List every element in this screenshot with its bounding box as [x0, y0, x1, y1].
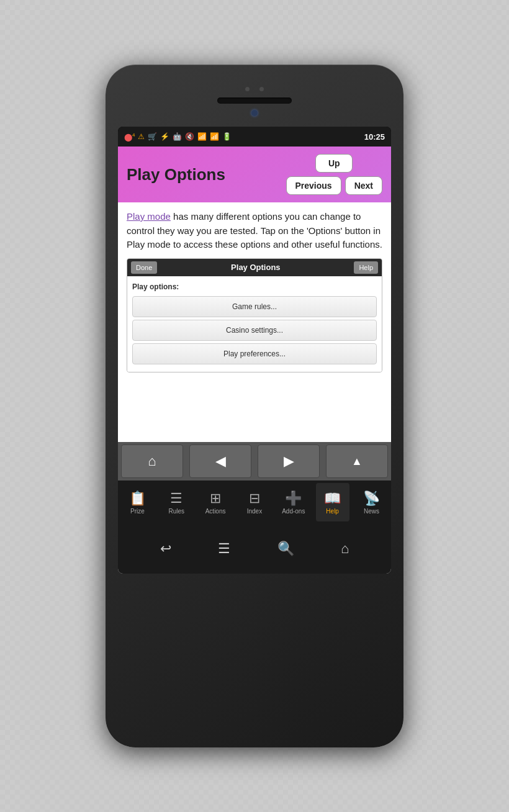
home-nav-button[interactable]: ⌂ [121, 444, 183, 478]
forward-icon: ▶ [284, 453, 294, 469]
android-back-button[interactable]: ↩ [155, 536, 176, 562]
nav-bar: ⌂ ◀ ▶ ▲ [118, 442, 391, 480]
embedded-section-label: Play options: [132, 281, 377, 292]
tab-news[interactable]: 📡 News [354, 483, 388, 521]
screen-bezel: ⬤4 ⚠ 🛒 ⚡ 🤖 🔇 📶 📶 🔋 10:25 Play Options Up [118, 127, 391, 574]
up-button[interactable]: Up [315, 154, 353, 173]
android-menu-button[interactable]: ☰ [213, 536, 235, 562]
front-camera [251, 110, 258, 116]
done-button[interactable]: Done [131, 261, 157, 274]
tab-help-label: Help [326, 508, 339, 515]
tab-addons-label: Add-ons [282, 508, 305, 515]
tab-prize-label: Prize [130, 508, 145, 515]
android-nav: ↩ ☰ 🔍 ⌂ [118, 524, 391, 574]
casino-settings-item[interactable]: Casino settings... [132, 320, 377, 341]
wifi-icon: 📶 [197, 132, 207, 141]
status-icons-left: ⬤4 ⚠ 🛒 ⚡ 🤖 🔇 📶 📶 🔋 [124, 132, 232, 142]
back-nav-button[interactable]: ◀ [189, 444, 251, 478]
addons-icon: ➕ [285, 490, 302, 507]
play-mode-link[interactable]: Play mode [127, 211, 171, 222]
tab-addons[interactable]: ➕ Add-ons [277, 483, 310, 521]
app-header: Play Options Up Previous Next [118, 147, 391, 202]
camera-indicator-mid [259, 87, 264, 91]
phone-shell: ⬤4 ⚠ 🛒 ⚡ 🤖 🔇 📶 📶 🔋 10:25 Play Options Up [106, 65, 403, 747]
battery-icon: 🔋 [222, 132, 232, 141]
tab-bar: 📋 Prize ☰ Rules ⊞ Actions ⊟ Index ➕ A [118, 480, 391, 524]
speaker-grille [217, 97, 292, 104]
help-icon: 📖 [324, 490, 341, 507]
tab-rules-label: Rules [168, 508, 184, 515]
phone-bottom [106, 574, 403, 636]
android-icon: 🤖 [173, 132, 182, 141]
warning-icon: ⚠ [138, 132, 145, 141]
tab-prize[interactable]: 📋 Prize [120, 483, 154, 521]
help-button[interactable]: Help [354, 261, 378, 274]
camera-indicator-left [245, 87, 250, 91]
phone-top [106, 65, 403, 127]
up-icon: ▲ [351, 455, 363, 468]
tab-news-label: News [364, 508, 379, 515]
tab-actions-label: Actions [205, 508, 226, 515]
main-paragraph: Play mode has many different options you… [127, 210, 382, 252]
main-content: Play mode has many different options you… [118, 202, 391, 442]
actions-icon: ⊞ [210, 490, 221, 507]
embedded-body: Play options: Game rules... Casino setti… [127, 276, 382, 372]
android-home-button[interactable]: ⌂ [336, 536, 354, 562]
notification-icon: ⬤4 [124, 132, 135, 142]
tab-actions[interactable]: ⊞ Actions [199, 483, 232, 521]
news-icon: 📡 [363, 490, 380, 507]
mute-icon: 🔇 [185, 132, 194, 141]
home-icon: ⌂ [148, 453, 156, 469]
usb-icon: ⚡ [160, 132, 169, 141]
tab-rules[interactable]: ☰ Rules [160, 483, 193, 521]
embedded-toolbar: Done Play Options Help [127, 259, 382, 276]
play-preferences-item[interactable]: Play preferences... [132, 343, 377, 364]
signal-icon: 📶 [210, 132, 219, 141]
cart-icon: 🛒 [148, 132, 157, 141]
rules-icon: ☰ [170, 490, 182, 507]
status-time: 10:25 [364, 132, 385, 142]
tab-help[interactable]: 📖 Help [316, 483, 349, 521]
screen-content: Play Options Up Previous Next Play mode … [118, 147, 391, 574]
status-bar: ⬤4 ⚠ 🛒 ⚡ 🤖 🔇 📶 📶 🔋 10:25 [118, 127, 391, 147]
nav-buttons: Up Previous Next [286, 154, 383, 195]
tab-index-label: Index [247, 508, 262, 515]
up-nav-button[interactable]: ▲ [326, 444, 388, 478]
embedded-ui-title: Play Options [160, 261, 351, 274]
back-icon: ◀ [215, 453, 226, 469]
next-button[interactable]: Next [345, 176, 382, 195]
prize-icon: 📋 [129, 490, 146, 507]
embedded-ui-screenshot: Done Play Options Help Play options: Gam… [127, 258, 382, 372]
game-rules-item[interactable]: Game rules... [132, 296, 377, 317]
page-title: Play Options [127, 165, 225, 184]
forward-nav-button[interactable]: ▶ [258, 444, 320, 478]
index-icon: ⊟ [249, 490, 260, 507]
android-search-button[interactable]: 🔍 [273, 536, 299, 562]
previous-button[interactable]: Previous [286, 176, 341, 195]
tab-index[interactable]: ⊟ Index [238, 483, 271, 521]
